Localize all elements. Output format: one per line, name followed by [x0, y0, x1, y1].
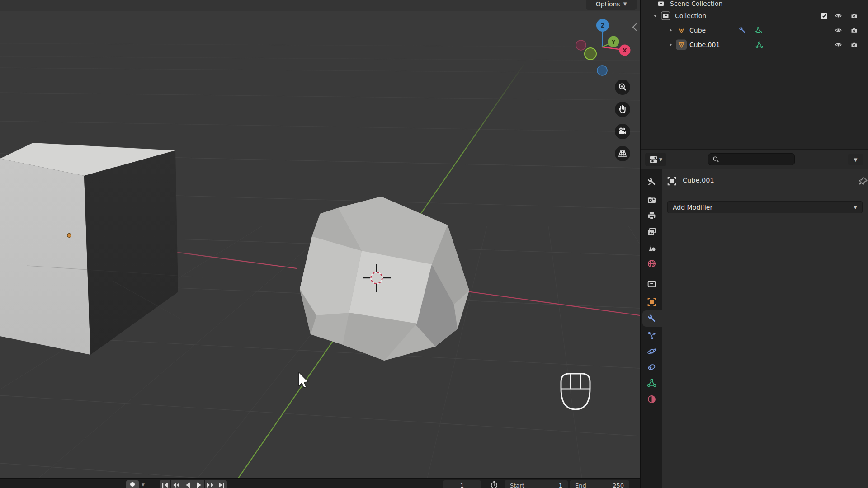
outliner-row-cube[interactable]: Cube [641, 23, 868, 37]
breadcrumb-object-name: Cube.001 [683, 177, 714, 184]
next-keyframe-button[interactable] [205, 480, 216, 488]
pan-hand-icon [618, 104, 627, 114]
search-icon [712, 156, 719, 163]
tab-material[interactable] [641, 391, 662, 407]
play-reverse-button[interactable] [182, 480, 193, 488]
playback-controls[interactable] [160, 480, 227, 488]
tab-scene[interactable] [641, 239, 662, 256]
disclosure-expanded-icon[interactable] [653, 14, 658, 19]
viewport-scene [0, 0, 640, 478]
zoom-button[interactable] [615, 80, 630, 95]
jump-to-start-button[interactable] [160, 480, 170, 488]
scene-collection-icon [657, 0, 665, 7]
outliner-label: Scene Collection [670, 0, 722, 7]
render-icon [647, 195, 656, 205]
eye-icon[interactable] [835, 27, 842, 34]
tab-object-constraints[interactable] [641, 359, 662, 375]
object-properties-icon [647, 297, 656, 307]
tab-collection[interactable] [641, 276, 662, 292]
physics-icon [647, 347, 656, 356]
modifier-wrench-icon [738, 27, 746, 34]
tab-modifiers[interactable] [641, 310, 662, 327]
outliner-row-cube-001[interactable]: Cube.001 [641, 38, 868, 52]
add-modifier-button[interactable]: Add Modifier ▼ [667, 201, 863, 213]
mesh-data-icon [755, 27, 762, 34]
outliner-label: Collection [675, 12, 706, 19]
tab-output[interactable] [641, 207, 662, 224]
tab-world[interactable] [641, 255, 662, 272]
jump-end-icon [217, 480, 226, 488]
projection-toggle-button[interactable] [615, 146, 630, 161]
properties-editor[interactable]: ▼ ▼ [641, 150, 868, 488]
gizmo-x-label: X [623, 47, 627, 54]
tab-view-layer[interactable] [641, 223, 662, 239]
tab-physics[interactable] [641, 343, 662, 359]
tab-tool[interactable] [641, 174, 662, 190]
constraints-icon [647, 362, 656, 372]
jump-to-end-button[interactable] [216, 480, 227, 488]
options-dropdown-button[interactable]: Options ▼ [586, 0, 637, 10]
region-collapse-chevron[interactable] [631, 22, 638, 33]
timeline-editor[interactable]: ▼ 1 Start 1 End [0, 479, 640, 488]
3d-viewport[interactable]: Options ▼ Z Y X [0, 0, 640, 478]
properties-editor-icon [649, 155, 658, 164]
camera-icon[interactable] [850, 41, 858, 48]
gizmo-axis-neg-z[interactable] [597, 66, 607, 75]
camera-icon[interactable] [850, 27, 858, 34]
modifiers-wrench-icon [647, 314, 656, 324]
start-frame-label: Start [510, 482, 524, 488]
outliner-label: Cube [689, 27, 706, 34]
tool-icon [647, 177, 656, 187]
gizmo-axis-neg-y[interactable] [585, 48, 596, 60]
properties-header: ▼ ▼ [641, 150, 868, 169]
search-input[interactable] [722, 155, 792, 163]
object-origin-dot [67, 234, 71, 237]
previous-keyframe-button[interactable] [171, 480, 182, 488]
pin-icon[interactable] [859, 176, 868, 186]
chevron-down-icon: ▼ [623, 1, 627, 6]
outliner-label: Cube.001 [689, 41, 720, 48]
tab-particles[interactable] [641, 327, 662, 343]
disclosure-collapsed-icon[interactable] [668, 42, 673, 47]
add-modifier-label: Add Modifier [673, 204, 712, 211]
outliner-row-collection[interactable]: Collection [641, 9, 868, 23]
play-button[interactable] [193, 480, 204, 488]
navigation-gizmo[interactable]: Z Y X [571, 13, 636, 78]
search-field[interactable] [708, 153, 795, 165]
pan-button[interactable] [615, 102, 630, 117]
chevron-down-icon: ▼ [854, 157, 858, 162]
current-frame-field[interactable]: 1 [443, 480, 481, 488]
tab-object[interactable] [641, 294, 662, 310]
eye-icon[interactable] [835, 12, 842, 19]
end-frame-field[interactable]: End 250 [570, 480, 629, 488]
preview-range-button[interactable] [490, 481, 499, 488]
editor-type-button[interactable]: ▼ [645, 153, 666, 166]
gizmo-z-label: Z [601, 23, 605, 29]
camera-view-button[interactable] [615, 124, 630, 139]
object-breadcrumb-icon [666, 176, 677, 187]
sidebar: Scene Collection Collection [641, 0, 868, 488]
outliner-editor[interactable]: Scene Collection Collection [641, 0, 868, 149]
projection-grid-icon [618, 149, 627, 159]
keying-dropdown-chevron[interactable]: ▼ [142, 483, 145, 487]
checkbox-checked-icon[interactable] [821, 12, 828, 19]
auto-keying-button[interactable] [126, 480, 139, 488]
tab-object-data[interactable] [641, 375, 662, 391]
camera-icon[interactable] [850, 12, 858, 19]
disclosure-collapsed-icon[interactable] [668, 28, 673, 33]
jump-start-icon [161, 480, 169, 488]
properties-tab-strip [641, 169, 662, 488]
eye-icon[interactable] [835, 41, 842, 48]
world-icon [647, 259, 656, 268]
particles-icon [647, 331, 656, 340]
active-object-highlight [676, 40, 687, 50]
start-frame-field[interactable]: Start 1 [505, 480, 568, 488]
record-dot-icon [129, 480, 136, 488]
gizmo-axis-neg-x[interactable] [576, 40, 586, 50]
options-label: Options [596, 0, 620, 8]
properties-options-button[interactable]: ▼ [848, 154, 863, 165]
start-frame-value: 1 [559, 482, 562, 488]
end-frame-label: End [575, 482, 586, 488]
tab-render[interactable] [641, 192, 662, 208]
material-icon [647, 394, 656, 404]
